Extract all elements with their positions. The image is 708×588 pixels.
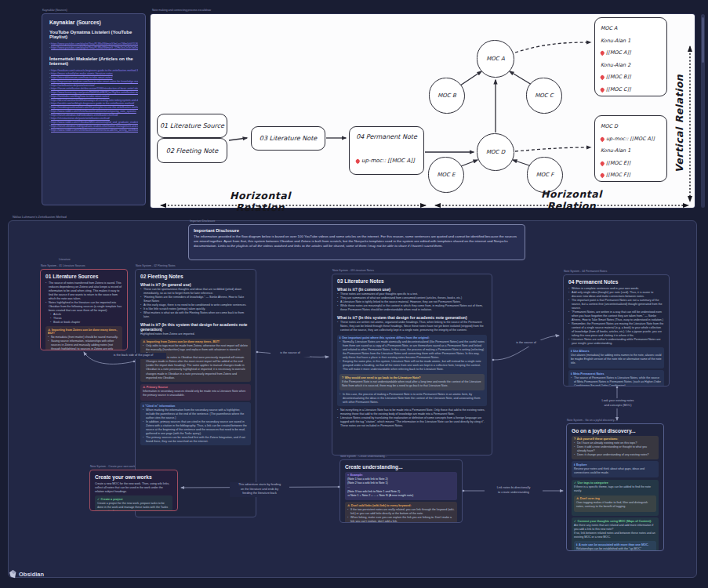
youtube-link-anchor[interactable]: https://www.youtube.com/playlist?list=PL… <box>51 42 138 45</box>
vertical-relation-label: Vertical Relation <box>674 61 685 187</box>
note-card-create-your-own-works[interactable]: Create your own worksCreate a new MOC fo… <box>89 470 178 511</box>
bullet-list: No metadata (front matter) should be sav… <box>48 336 120 350</box>
card-title: Create understanding... <box>345 464 457 470</box>
article-link-anchor[interactable]: https://wizardofosmium.com/how-to-take-s… <box>51 76 112 79</box>
card-heading: What is it? (In this system that design … <box>337 315 487 320</box>
bullet-list: In this case, the process of making a Pe… <box>339 393 485 405</box>
card-label: Note System - 01 Literature Sources <box>41 264 85 267</box>
article-link-anchor[interactable]: https://medium.com/curious/a-beginners-g… <box>51 69 138 72</box>
article-link-anchor[interactable]: https://forum.zettelkasten.de/discussion… <box>51 87 138 90</box>
card-label: Note System - 04 Permanent Notes <box>564 270 607 273</box>
callout-title: ✓Use tags to categorize <box>574 481 656 485</box>
bullet-item: Remember, the Permanent Notes are moving… <box>568 322 664 338</box>
article-link-anchor[interactable]: https://www.lesswrong.com/posts/NfdHG6oH… <box>51 91 138 94</box>
card-label: Note System - Go on a joyful discovery..… <box>567 419 616 422</box>
bullet-item: "Fleeting Notes are like reminders of kn… <box>140 296 251 303</box>
card-paragraph: Relationships can be established with th… <box>576 547 654 551</box>
bullet-item: Does it change your understanding of any… <box>574 453 656 457</box>
article-link-anchor[interactable]: https://www.reddit.com/r/Zettelkasten/co… <box>51 110 136 113</box>
note-card-01-literature-sources[interactable]: 01 Literature SourcesThe source of notes… <box>40 269 128 350</box>
example-icon: ≡ <box>347 474 349 477</box>
warning-icon: ⚠ <box>143 340 145 343</box>
bullet-list: Do I have an already existing note on th… <box>574 441 656 457</box>
articles-heading: İnternetteki Makaleler (Articles on the … <box>49 56 138 66</box>
moc-detail-line: up-moc:: [[MOC A]] <box>601 133 661 146</box>
bullet-item: The source of notes transferred from Zot… <box>45 281 122 301</box>
flow-node-label: Note making and connecting process excal… <box>152 9 211 12</box>
article-link-list: https://medium.com/curious/a-beginners-g… <box>49 69 138 132</box>
brand-label: Obsidian <box>19 571 44 578</box>
moc-detail-line: [[MOC B]] <box>601 71 661 84</box>
disclosure-card[interactable]: Important Disclosure The information pro… <box>188 224 525 260</box>
flow-circle-moc-a: MOC A <box>477 40 514 78</box>
card-title: Go on a joyful discovery... <box>572 428 659 434</box>
bullet-item: "Permanent Notes, are written in a way t… <box>568 310 664 322</box>
article-link-anchor[interactable]: https://zenkit.com/en/blog/a-beginners-g… <box>51 102 134 105</box>
scrollbar-thumb[interactable] <box>702 17 704 63</box>
success-icon: ✓ <box>574 481 576 485</box>
card-paragraph: Create a new MOC for the new work. Then,… <box>95 482 172 494</box>
success-icon: ✓ <box>574 520 576 523</box>
board-node-label: Niklas Luhmann's Zettelkasten Method <box>13 215 67 219</box>
article-link-anchor[interactable]: https://www.reddit.com/r/ObsidianMD/comm… <box>51 121 138 124</box>
warning-callout: ⚠Don't add links (wiki-link) to every ke… <box>345 502 457 523</box>
article-link-anchor[interactable]: https://maxx.school/p/on-make-atomic-lit… <box>51 72 113 75</box>
flow-circle-moc-e: MOC E <box>428 157 464 193</box>
sources-note-card[interactable]: Kaynaklar (Sources) YouTube Oynatma List… <box>42 13 146 205</box>
card-paragraph: Create a project for the new work, prepa… <box>97 502 170 511</box>
horizontal-relation-label-left: Horizontal Relation <box>209 190 311 213</box>
card-heading: What is it? (In common use) <box>337 287 487 292</box>
warning-callout: ⚠Don't over-tagOver-tagging makes it har… <box>574 495 656 512</box>
article-link-anchor[interactable]: https://zettelkasten.de/posts/overview/ <box>51 84 95 87</box>
question-icon: ? <box>342 376 343 379</box>
info-icon: ℹ <box>339 336 340 339</box>
success-icon: ✓ <box>97 498 100 501</box>
pin-icon <box>600 172 605 177</box>
card-paragraph: Are there any notes that are related and… <box>574 524 656 539</box>
disclosure-body: The information provided in the flow dia… <box>194 234 520 249</box>
youtube-link-list: https://www.youtube.com/playlist?list=PL… <box>49 42 138 50</box>
article-link-anchor[interactable]: https://dev.to/ruanmartinelli/takeaways-… <box>51 99 138 102</box>
callout-title: ℹA note can be associated with more than… <box>576 543 654 546</box>
flowchart-embed[interactable]: 01 Literature Source 02 Fleeting Note 03… <box>151 14 695 208</box>
article-link-anchor[interactable]: https://mindmapsunleashed.com/10-princip… <box>51 106 138 109</box>
bullet-item: When linking, make sure you can explain … <box>347 516 455 523</box>
card-paragraph: Use aliases (metadata) for adding extra … <box>571 354 662 365</box>
info-callout: ℹA note can be associated with more than… <box>574 541 656 551</box>
pin-icon <box>600 50 605 55</box>
youtube-link: https://www.youtube.com/playlist?list=PL… <box>49 46 138 50</box>
article-link-anchor[interactable]: https://improveism.medium.com/how-to-tak… <box>51 80 138 83</box>
warning-icon: ⚠ <box>347 504 350 507</box>
callout-title: ✓Create a project <box>97 498 170 501</box>
youtube-link-anchor[interactable]: https://www.youtube.com/playlist?list=PL… <box>51 46 138 49</box>
card-paragraph: Over-tagging makes it harder to find, fi… <box>576 501 654 509</box>
obsidian-gem-icon <box>9 570 16 579</box>
note-card-joyful-discovery[interactable]: Go on a joyful discovery...?Ask yourself… <box>566 423 664 551</box>
article-link-anchor[interactable]: https://www.reddit.com/r/Zettelkasten/co… <box>51 129 138 132</box>
article-link-anchor[interactable]: https://forum.obsidian.md/t/obsidians-ze… <box>51 114 118 117</box>
callout-title: ≡Example: <box>347 474 455 477</box>
callout-title: ⚠Primary Source <box>143 386 249 389</box>
note-card-04-permanent-notes[interactable]: 04 Permanent NotesWritten in complete se… <box>563 274 670 387</box>
article-link-anchor[interactable]: https://christiantietze.de/posts/zettelk… <box>51 117 110 120</box>
callout-title: ?Ask yourself these questions: <box>574 437 656 441</box>
sources-title: Kaynaklar (Sources) <box>49 20 138 25</box>
bullet-item: In addition, primary sources that are ci… <box>143 420 249 436</box>
card-title: 01 Literature Sources <box>45 274 122 279</box>
bullet-list: If the two persistent notes are really r… <box>347 508 455 523</box>
note-card-create-understanding[interactable]: Create understanding...≡Example:(Note 1 … <box>339 459 463 523</box>
callout-title: ℹOne important point where this system d… <box>339 336 485 339</box>
note-card-03-literature-notes[interactable]: 03 Literature NotesWhat is it? (In commo… <box>332 274 492 456</box>
card-paragraph: Information in secondary sources should … <box>143 390 249 397</box>
scrollbar[interactable] <box>701 14 705 208</box>
obsidian-brand[interactable]: Obsidian <box>9 570 44 579</box>
callout-title: ⚠Importing from Zotero can be done many … <box>48 328 120 335</box>
horizontal-relation-label-right: Horizontal Relation <box>521 188 623 212</box>
card-paragraph: Review your notes and think about what g… <box>574 467 656 475</box>
bullet-item: The primary sources can be searched firs… <box>143 436 249 444</box>
article-link-anchor[interactable]: https://forum.obsidian.md/t/graduate-stu… <box>51 125 138 128</box>
bullet-item: The source of Permanent Notes is Literat… <box>571 376 662 387</box>
article-link-anchor[interactable]: https://fortelabs.com/blog/how-to-take-s… <box>51 95 109 98</box>
bullet-list: Written in complete sentences and in you… <box>568 287 664 346</box>
callout-title: ℹExplore <box>574 463 656 466</box>
